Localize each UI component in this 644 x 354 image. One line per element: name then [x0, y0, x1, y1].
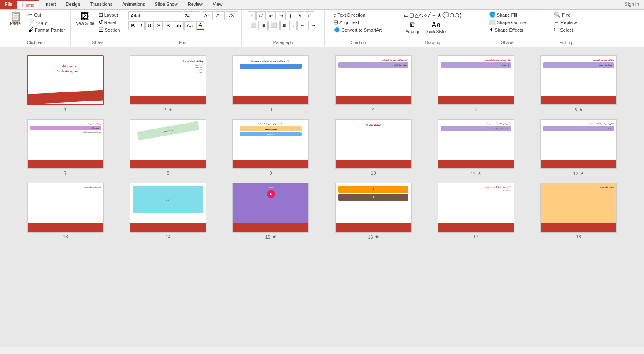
slide-thumb-2[interactable]: وظایف اصلی مدیران • برنامه‌ریزی • سازمان…: [130, 55, 206, 105]
rtl2-button[interactable]: ←: [297, 21, 307, 30]
increase-indent-button[interactable]: ⇥: [277, 11, 286, 20]
font-grow-button[interactable]: A⁺: [202, 11, 212, 20]
select-button[interactable]: ⬚ Select: [552, 26, 579, 33]
bold-button[interactable]: B: [128, 21, 137, 30]
slide-item-16[interactable]: ؟ ؟ 16 ★: [324, 183, 422, 240]
slide-item-9[interactable]: مقدمه‌ای در مدیریت عملیات توضیح مختصر جز…: [222, 119, 320, 176]
slide-thumb-4[interactable]: دلیل مطالعه مدیریت عملیات محتوای اصلی اس…: [335, 55, 412, 105]
underline-button[interactable]: U: [145, 21, 154, 30]
tab-home[interactable]: Home: [17, 0, 39, 9]
ltr2-button[interactable]: →: [308, 21, 318, 30]
slide-thumb-3[interactable]: دلیل مطالعه مدیریت عملیات چیست؟ متن توضی…: [232, 55, 309, 105]
rtl-button[interactable]: ↰: [295, 11, 304, 20]
tab-file[interactable]: File: [0, 0, 17, 9]
sign-in[interactable]: Sign In: [620, 0, 644, 9]
slide-thumb-7[interactable]: وظایف مدیریت عملیات محتوای اول متن توضیح…: [27, 119, 104, 169]
tab-transitions[interactable]: Transitions: [85, 0, 117, 9]
justify-button[interactable]: ≡: [280, 21, 288, 30]
text-direction-button[interactable]: ↕ Text Direction: [332, 11, 383, 18]
slide-thumb-16[interactable]: ؟ ؟: [335, 183, 412, 233]
slide-thumb-14[interactable]: نمودار: [130, 183, 206, 233]
shape-rect[interactable]: ▭: [404, 12, 409, 18]
char-spacing-button[interactable]: ab: [173, 21, 183, 30]
shape-fill-button[interactable]: 🪣 Shape Fill: [487, 11, 528, 18]
format-painter-button[interactable]: 🖌 Format Painter: [27, 26, 67, 33]
slide-item-3[interactable]: دلیل مطالعه مدیریت عملیات چیست؟ متن توضی…: [222, 55, 320, 112]
tab-insert[interactable]: Insert: [39, 0, 61, 9]
bullets-button[interactable]: ≡: [248, 11, 256, 20]
slide-thumb-1[interactable]: مدیریت تولید : .... مدیریت عملیات : ....: [27, 55, 104, 105]
tab-view[interactable]: View: [208, 0, 228, 9]
line-spacing-button[interactable]: ↕: [289, 21, 297, 30]
font-name-input[interactable]: [128, 11, 182, 20]
paste-button[interactable]: 📋 Paste: [5, 11, 26, 27]
shape-hexagon[interactable]: ⬡: [455, 12, 459, 18]
slide-item-18[interactable]: محتوای اسلاید هجده 18: [530, 183, 627, 240]
shape-line[interactable]: ╱: [428, 12, 431, 18]
slide-thumb-10[interactable]: لینک‌ها شده !!: [335, 119, 412, 169]
slide-thumb-18[interactable]: محتوای اسلاید هجده: [540, 183, 617, 233]
strikethrough-button[interactable]: S: [155, 21, 163, 30]
shape-callout[interactable]: 💬: [442, 12, 449, 18]
decrease-indent-button[interactable]: ⇤: [267, 11, 276, 20]
align-center-button[interactable]: ≡: [260, 21, 268, 30]
replace-button[interactable]: ↔ Replace: [552, 19, 579, 26]
tab-slideshow[interactable]: Slide Show: [150, 0, 183, 9]
shape-arrow[interactable]: →: [431, 12, 437, 18]
slide-item-14[interactable]: نمودار 14: [119, 183, 217, 240]
font-shrink-button[interactable]: A⁻: [214, 11, 225, 20]
shape-star[interactable]: ★: [437, 12, 442, 18]
align-left-button[interactable]: ⬜: [248, 21, 259, 30]
convert-smartart-button[interactable]: 🔷 Convert to SmartArt: [332, 26, 383, 33]
slide-thumb-11[interactable]: الگوریتم و تکنیک گفته می‌شد محتوای توضیح…: [438, 119, 514, 169]
quick-styles-button[interactable]: Aa Quick Styles: [423, 20, 449, 35]
shape-rounded-rect[interactable]: ▢: [409, 12, 414, 18]
numbering-button[interactable]: ①: [256, 11, 266, 20]
slide-thumb-6[interactable]: وظایف مدیریت عملیات محتوای متنی توضیحی: [540, 55, 617, 105]
slide-item-15[interactable]: محتوا ♟ 15 ★: [222, 183, 320, 240]
slide-item-4[interactable]: دلیل مطالعه مدیریت عملیات محتوای اصلی اس…: [324, 55, 422, 112]
align-text-button[interactable]: ⊞ Align Text: [332, 19, 383, 26]
shape-effects-button[interactable]: ✦ Shape Effects: [487, 26, 528, 33]
find-button[interactable]: 🔍 Find: [552, 11, 579, 18]
ltr-button[interactable]: ↱: [305, 11, 314, 20]
slide-item-8[interactable]: متن داخل شکل 8: [119, 119, 217, 176]
section-button[interactable]: ☰ Section: [97, 26, 122, 33]
slide-thumb-15[interactable]: محتوا ♟: [232, 183, 309, 233]
columns-button[interactable]: ⫿: [287, 11, 294, 20]
tab-design[interactable]: Design: [61, 0, 85, 9]
shape-diamond[interactable]: ◇: [419, 12, 423, 18]
tab-review[interactable]: Review: [183, 0, 208, 9]
slide-item-12[interactable]: الگوریتم و تکنیک گفته می‌شد محتوا 12 ★: [530, 119, 627, 176]
copy-button[interactable]: 📄 Copy: [27, 19, 67, 26]
slide-item-5[interactable]: دلیل مطالعه مدیریت عملیات متن توضیحی 5: [427, 55, 525, 112]
slide-thumb-12[interactable]: الگوریتم و تکنیک گفته می‌شد محتوا: [540, 119, 617, 169]
shape-pentagon[interactable]: ⬠: [450, 12, 454, 18]
font-color-button[interactable]: A: [196, 21, 204, 30]
slide-thumb-9[interactable]: مقدمه‌ای در مدیریت عملیات توضیح مختصر جز…: [232, 119, 309, 169]
reset-button[interactable]: ↺ Reset: [97, 19, 122, 26]
slide-thumb-17[interactable]: الگوریتم و تکنیک گفته می‌شد توضیحات کامل: [438, 183, 514, 233]
shape-oval[interactable]: ○: [424, 12, 427, 18]
slide-item-1[interactable]: مدیریت تولید : .... مدیریت عملیات : ....…: [17, 55, 114, 112]
align-right-button[interactable]: ⬜: [268, 21, 280, 30]
slide-item-11[interactable]: الگوریتم و تکنیک گفته می‌شد محتوای توضیح…: [427, 119, 525, 176]
slide-item-17[interactable]: الگوریتم و تکنیک گفته می‌شد توضیحات کامل…: [427, 183, 525, 240]
italic-button[interactable]: I: [138, 21, 144, 30]
tab-animations[interactable]: Animations: [117, 0, 150, 9]
layout-button[interactable]: ⊞ Layout: [97, 11, 122, 18]
slide-item-6[interactable]: وظایف مدیریت عملیات محتوای متنی توضیحی 6…: [530, 55, 627, 112]
shape-outline-button[interactable]: ⬜ Shape Outline: [487, 19, 528, 26]
arrange-button[interactable]: ⧉ Arrange: [404, 20, 422, 35]
clear-format-button[interactable]: ⌫: [226, 11, 238, 20]
shape-bracket[interactable]: {: [460, 12, 461, 18]
new-slide-button[interactable]: 🖼 New Slide: [74, 11, 96, 27]
slide-thumb-8[interactable]: متن داخل شکل: [130, 119, 206, 169]
slide-item-2[interactable]: وظایف اصلی مدیران • برنامه‌ریزی • سازمان…: [119, 55, 217, 112]
cut-button[interactable]: ✂ Cut: [27, 11, 67, 18]
slide-thumb-5[interactable]: دلیل مطالعه مدیریت عملیات متن توضیحی: [438, 55, 514, 105]
slide-thumb-13[interactable]: متن محتوای اسلاید سیزده: [27, 183, 104, 233]
font-case-button[interactable]: Aa: [184, 21, 196, 30]
font-size-input[interactable]: [184, 11, 200, 20]
slide-item-10[interactable]: لینک‌ها شده !! 10: [324, 119, 422, 176]
